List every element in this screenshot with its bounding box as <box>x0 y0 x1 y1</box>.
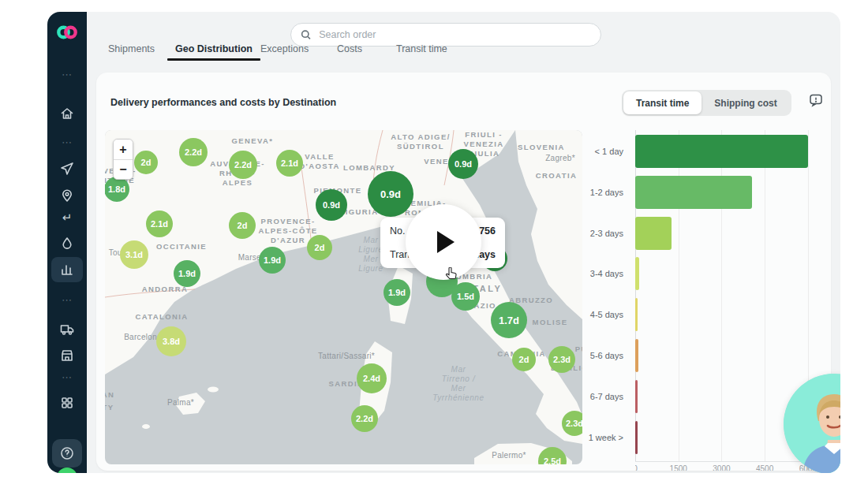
store-icon <box>60 348 74 363</box>
chart-bar-1-week-[interactable] <box>635 421 638 454</box>
sidebar-ellipsis-icon[interactable]: ⋯ <box>47 69 87 80</box>
map-bubble-1.7d[interactable]: 1.7d <box>491 302 527 338</box>
grid-icon <box>60 396 74 410</box>
chart-gridline <box>765 130 765 461</box>
map-bubble-1.8d[interactable]: 1.8d <box>105 177 129 202</box>
brand-logo-icon <box>56 24 78 40</box>
map-bubble-1.9d[interactable]: 1.9d <box>174 260 200 287</box>
sidebar: ⋯ ⋯ ↵ ⋯ <box>47 12 87 473</box>
sidebar-item-tracking[interactable] <box>60 237 74 251</box>
map-bubble-1.9d[interactable]: 1.9d <box>383 279 410 306</box>
sidebar-item-apps[interactable] <box>60 396 74 410</box>
chart-category-label: 1 week > <box>589 433 623 442</box>
map-bubble-1.5d[interactable]: 1.5d <box>451 282 480 311</box>
zoom-in-button[interactable]: + <box>114 140 133 159</box>
search-input[interactable] <box>317 28 591 41</box>
tab-transit-time[interactable]: Transit time <box>396 43 447 54</box>
card-title: Delivery performances and costs by Desti… <box>110 97 336 108</box>
chart-x-tick: 1500 <box>670 464 687 471</box>
map-bubble-2.1d[interactable]: 2.1d <box>146 210 173 237</box>
chart-bar-1-2-days[interactable] <box>635 176 752 209</box>
map-bubble-1.9d[interactable]: 1.9d <box>259 247 286 274</box>
map-bubble-2.2d[interactable]: 2.2d <box>229 151 257 179</box>
tooltip-value-1: 756 <box>479 225 496 237</box>
toggle-transit-time[interactable]: Transit time <box>623 91 702 114</box>
chart-x-tick: 3000 <box>713 464 730 471</box>
map-bubble-2d[interactable]: 2d <box>134 151 158 174</box>
chart-category-label: 6-7 days <box>590 392 623 401</box>
sidebar-ellipsis-icon[interactable]: ⋯ <box>47 294 87 306</box>
sidebar-item-carriers[interactable] <box>60 322 74 337</box>
map-bubble-0.9d[interactable]: 0.9d <box>316 189 347 221</box>
chart-category-label: 1-2 days <box>590 188 623 197</box>
video-play-button[interactable] <box>406 204 481 280</box>
chart-bar-3-4-days[interactable] <box>635 257 639 290</box>
toggle-shipping-cost[interactable]: Shipping cost <box>702 91 789 114</box>
chart-category-label: < 1 day <box>595 147 623 156</box>
map-zoom-control: + − <box>113 139 133 180</box>
tab-geo-distribution[interactable]: Geo Distribution <box>175 43 253 54</box>
sidebar-ellipsis-icon[interactable]: ⋯ <box>47 136 87 148</box>
screenshot-stage: ⋯ ⋯ ↵ ⋯ <box>0 0 868 488</box>
metric-toggle: Transit timeShipping cost <box>622 90 791 116</box>
chart-category-labels: < 1 day1-2 days2-3 days3-4 days4-5 days5… <box>567 130 630 471</box>
question-circle-icon <box>60 446 74 460</box>
status-dot <box>57 468 77 473</box>
mouse-cursor-icon <box>445 267 458 281</box>
play-icon <box>437 231 455 253</box>
sidebar-item-home[interactable] <box>60 106 74 121</box>
chart-bar-2-3-days[interactable] <box>635 217 672 250</box>
chart-bar-5-6-days[interactable] <box>635 339 638 372</box>
map-pin-icon <box>60 188 74 203</box>
droplet-icon <box>60 237 74 251</box>
map-bubble-2.2d[interactable]: 2.2d <box>351 405 378 432</box>
sidebar-item-send[interactable] <box>60 162 74 176</box>
map-bubble-0.9d[interactable]: 0.9d <box>368 171 413 217</box>
tab-exceptions[interactable]: Exceptions <box>260 43 309 54</box>
map-bubble-2d[interactable]: 2d <box>229 212 256 239</box>
map-land-shapes <box>105 130 582 464</box>
map-bubble-2.2d[interactable]: 2.2d <box>179 138 208 166</box>
search-icon <box>301 29 311 40</box>
map-bubble-2.1d[interactable]: 2.1d <box>276 150 303 177</box>
truck-icon <box>60 322 74 337</box>
sidebar-ellipsis-icon[interactable]: ⋯ <box>47 371 87 383</box>
tab-shipments[interactable]: Shipments <box>108 43 155 54</box>
tab-costs[interactable]: Costs <box>337 43 362 54</box>
map-bubble-0.9d[interactable]: 0.9d <box>448 149 478 179</box>
bar-chart-icon <box>60 263 74 277</box>
chart-bar--1-day[interactable] <box>635 135 808 168</box>
chart-category-label: 3-4 days <box>590 269 623 278</box>
sidebar-item-returns[interactable]: ↵ <box>47 210 87 225</box>
geo-distribution-card: Delivery performances and costs by Desti… <box>96 73 831 471</box>
map[interactable]: GENEVA*VALLE D'AOSTAALTO ADIGE/ SÜDTIROL… <box>105 130 582 464</box>
chart-category-label: 5-6 days <box>590 351 623 360</box>
feedback-icon[interactable] <box>809 93 823 107</box>
zoom-out-button[interactable]: − <box>114 159 133 179</box>
chart-category-label: 2-3 days <box>590 229 623 238</box>
paper-plane-icon <box>60 162 74 176</box>
sidebar-item-analytics[interactable] <box>60 263 74 277</box>
map-bubble-3.8d[interactable]: 3.8d <box>156 326 186 356</box>
map-bubble-2.4d[interactable]: 2.4d <box>357 363 387 393</box>
sidebar-item-store[interactable] <box>60 348 74 363</box>
map-bubble-2d[interactable]: 2d <box>512 348 536 371</box>
help-icon[interactable] <box>60 446 74 460</box>
chart-bar-4-5-days[interactable] <box>635 298 638 331</box>
sidebar-item-locations[interactable] <box>60 188 74 203</box>
chart-x-tick: 4500 <box>756 464 773 471</box>
home-icon <box>60 106 74 121</box>
app-window: ⋯ ⋯ ↵ ⋯ <box>47 12 840 473</box>
chart-category-label: 4-5 days <box>590 310 623 319</box>
chart-x-tick: 0 <box>635 464 638 471</box>
map-bubble-2d[interactable]: 2d <box>307 235 332 260</box>
chart-bar-6-7-days[interactable] <box>635 380 638 413</box>
map-bubble-3.1d[interactable]: 3.1d <box>120 240 148 269</box>
